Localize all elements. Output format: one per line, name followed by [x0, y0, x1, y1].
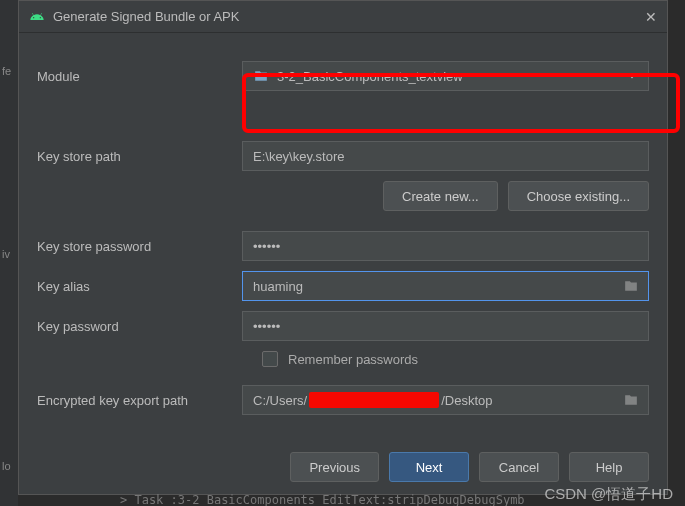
chevron-down-icon — [628, 74, 636, 79]
keystore-password-input[interactable]: •••••• — [242, 231, 649, 261]
keystore-path-value: E:\key\key.store — [253, 149, 345, 164]
titlebar: Generate Signed Bundle or APK ✕ — [19, 1, 667, 33]
browse-icon[interactable] — [622, 279, 640, 293]
key-alias-input[interactable]: huaming — [242, 271, 649, 301]
key-alias-label: Key alias — [37, 279, 242, 294]
export-path-input[interactable]: C:/Users/ /Desktop — [242, 385, 649, 415]
background-gutter: fe iv lo — [0, 0, 18, 506]
redacted-region — [309, 392, 439, 408]
keystore-path-label: Key store path — [37, 149, 242, 164]
create-new-button[interactable]: Create new... — [383, 181, 498, 211]
close-icon[interactable]: ✕ — [645, 9, 657, 25]
dialog-content: Module 3-2_BasicComponents_textview Key … — [19, 33, 667, 415]
dialog-title: Generate Signed Bundle or APK — [53, 9, 239, 24]
module-value: 3-2_BasicComponents_textview — [277, 69, 463, 84]
keystore-path-input[interactable]: E:\key\key.store — [242, 141, 649, 171]
export-path-prefix: C:/Users/ — [253, 393, 307, 408]
generate-signed-dialog: Generate Signed Bundle or APK ✕ Module 3… — [18, 0, 668, 495]
folder-icon — [253, 69, 269, 83]
key-password-value: •••••• — [253, 319, 280, 334]
next-button[interactable]: Next — [389, 452, 469, 482]
keystore-password-label: Key store password — [37, 239, 242, 254]
cancel-button[interactable]: Cancel — [479, 452, 559, 482]
dialog-footer: Previous Next Cancel Help — [37, 452, 649, 482]
choose-existing-button[interactable]: Choose existing... — [508, 181, 649, 211]
export-path-label: Encrypted key export path — [37, 393, 242, 408]
browse-icon[interactable] — [622, 393, 640, 407]
android-icon — [29, 9, 45, 25]
module-dropdown[interactable]: 3-2_BasicComponents_textview — [242, 61, 649, 91]
previous-button[interactable]: Previous — [290, 452, 379, 482]
background-console-text: > Task :3-2 BasicComponents EditText:str… — [120, 493, 525, 506]
module-label: Module — [37, 69, 242, 84]
help-button[interactable]: Help — [569, 452, 649, 482]
key-password-label: Key password — [37, 319, 242, 334]
remember-passwords-checkbox[interactable] — [262, 351, 278, 367]
export-path-suffix: /Desktop — [441, 393, 492, 408]
key-password-input[interactable]: •••••• — [242, 311, 649, 341]
key-alias-value: huaming — [253, 279, 303, 294]
keystore-password-value: •••••• — [253, 239, 280, 254]
remember-passwords-label: Remember passwords — [288, 352, 418, 367]
